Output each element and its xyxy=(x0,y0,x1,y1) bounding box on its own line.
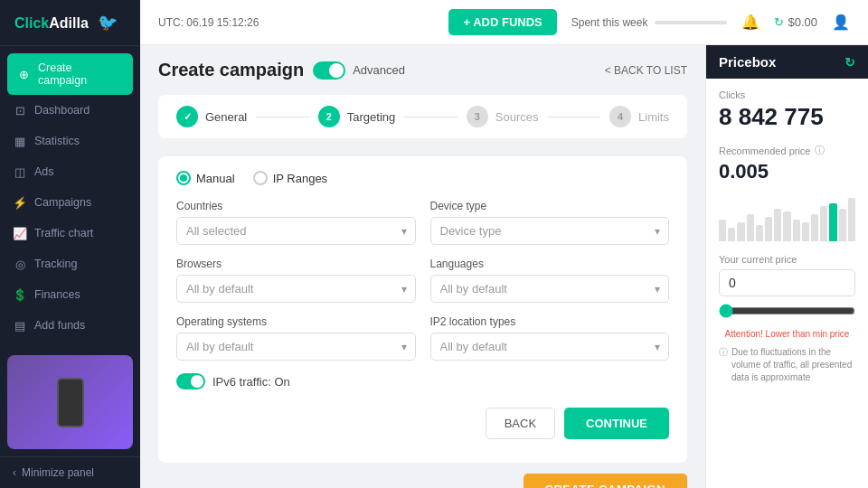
chart-bar xyxy=(747,214,754,241)
sidebar-item-label: Dashboard xyxy=(34,104,90,117)
chart-bar xyxy=(802,222,809,241)
sidebar-item-label: Traffic chart xyxy=(34,227,93,239)
price-slider[interactable] xyxy=(719,304,855,318)
ipv6-toggle-group: IPv6 traffic: On xyxy=(176,373,669,389)
continue-button[interactable]: CONTINUE xyxy=(564,408,669,439)
sidebar-item-label: Campaigns xyxy=(34,196,91,209)
spent-this-week: Spent this week xyxy=(571,16,728,29)
recommended-value: 0.005 xyxy=(719,160,855,183)
price-warning: Attention! Lower than min price xyxy=(719,329,855,339)
ip2-select[interactable]: All by default xyxy=(430,333,670,361)
step-label-targeting: Targeting xyxy=(347,110,395,124)
chart-bar xyxy=(839,209,846,241)
sidebar-item-create-campaign[interactable]: ⊕ Create campaign xyxy=(7,53,133,95)
price-input[interactable] xyxy=(719,269,855,296)
clicks-label: Clicks xyxy=(719,89,855,100)
radio-ip-label: IP Ranges xyxy=(273,172,327,185)
sidebar-item-ads[interactable]: ◫ Ads xyxy=(0,156,140,187)
countries-group: Countries All selected xyxy=(176,200,416,245)
minimize-panel-button[interactable]: ‹ Minimize panel xyxy=(0,456,140,488)
step-divider-3 xyxy=(548,117,601,117)
add-funds-button[interactable]: + ADD FUNDS xyxy=(448,9,556,35)
price-info-text: Due to fluctuations in the volume of tra… xyxy=(731,346,855,384)
device-type-select[interactable]: Device type xyxy=(430,217,670,245)
chart-bar xyxy=(756,225,763,241)
refresh-icon[interactable]: ↻ xyxy=(774,15,784,29)
os-select-wrapper: All by default xyxy=(176,333,416,361)
price-info: ⓘ Due to fluctuations in the volume of t… xyxy=(719,346,855,384)
form-section: Manual IP Ranges Countries All selected xyxy=(158,156,687,463)
sidebar-item-label: Add funds xyxy=(34,319,85,332)
traffic-chart-icon: 📈 xyxy=(13,226,27,240)
radio-circle-ip xyxy=(253,171,268,185)
sidebar-item-traffic-chart[interactable]: 📈 Traffic chart xyxy=(0,218,140,249)
radio-manual[interactable]: Manual xyxy=(176,171,235,185)
chart-bar xyxy=(719,220,726,241)
recommended-label: Recommended price ⓘ xyxy=(719,144,855,157)
sidebar-item-label: Tracking xyxy=(34,258,77,270)
step-general[interactable]: ✓ General xyxy=(176,106,247,127)
step-targeting[interactable]: 2 Targeting xyxy=(318,106,395,127)
step-label-limits: Limits xyxy=(638,110,669,124)
bottom-actions: CREATE CAMPAIGN xyxy=(158,474,687,488)
radio-ip-ranges[interactable]: IP Ranges xyxy=(253,171,327,185)
user-icon[interactable]: 👤 xyxy=(832,14,850,31)
os-label: Operating systems xyxy=(176,315,416,328)
info-icon: ⓘ xyxy=(815,144,825,157)
step-sources[interactable]: 3 Sources xyxy=(467,106,539,127)
browsers-select[interactable]: All by default xyxy=(176,275,416,303)
page-title-text: Create campaign xyxy=(158,60,304,80)
pricebox-body: Clicks 8 842 775 Recommended price ⓘ 0.0… xyxy=(706,79,868,488)
topbar: UTC: 06.19 15:12:26 + ADD FUNDS Spent th… xyxy=(140,0,868,45)
current-price-label: Your current price xyxy=(719,254,855,265)
step-circle-targeting: 2 xyxy=(318,106,340,127)
pricebox: Pricebox ↻ Clicks 8 842 775 Recommended … xyxy=(705,45,868,488)
pricebox-refresh-icon[interactable]: ↻ xyxy=(844,55,855,70)
logo-click: Click xyxy=(14,15,49,31)
add-funds-icon: ▤ xyxy=(13,318,27,333)
bell-icon[interactable]: 🔔 xyxy=(741,14,760,31)
countries-select-wrapper: All selected xyxy=(176,217,416,245)
step-divider-1 xyxy=(256,117,309,117)
os-group: Operating systems All by default xyxy=(176,315,416,361)
sidebar-item-dashboard[interactable]: ⊡ Dashboard xyxy=(0,95,140,126)
sidebar-item-campaigns[interactable]: ⚡ Campaigns xyxy=(0,187,140,218)
ipv6-toggle[interactable] xyxy=(176,373,205,389)
os-select[interactable]: All by default xyxy=(176,333,416,361)
page-title-group: Create campaign Advanced xyxy=(158,60,405,80)
sidebar-item-statistics[interactable]: ▦ Statistics xyxy=(0,126,140,156)
languages-select[interactable]: All by default xyxy=(430,275,670,303)
sidebar-item-add-funds[interactable]: ▤ Add funds xyxy=(0,310,140,341)
countries-select[interactable]: All selected xyxy=(176,217,416,245)
sidebar-item-label: Statistics xyxy=(34,135,80,147)
step-label-sources: Sources xyxy=(495,110,539,124)
dashboard-icon: ⊡ xyxy=(13,103,27,117)
finances-icon: 💲 xyxy=(13,287,27,302)
sidebar: ClickAdilla 🐦 ⊕ Create campaign ⊡ Dashbo… xyxy=(0,0,140,488)
statistics-icon: ▦ xyxy=(13,134,27,148)
countries-label: Countries xyxy=(176,200,416,212)
sidebar-item-finances[interactable]: 💲 Finances xyxy=(0,279,140,310)
ipv6-label: IPv6 traffic: On xyxy=(212,375,290,389)
step-label-general: General xyxy=(205,110,247,124)
step-circle-limits: 4 xyxy=(609,106,631,127)
create-campaign-button[interactable]: CREATE CAMPAIGN xyxy=(524,474,687,488)
chart-bar xyxy=(848,198,855,241)
chart-bar xyxy=(811,214,818,241)
step-limits[interactable]: 4 Limits xyxy=(609,106,669,127)
price-input-section: Your current price Attention! Lower than… xyxy=(719,254,855,339)
utc-time: UTC: 06.19 15:12:26 xyxy=(158,16,259,29)
form-row-3: Operating systems All by default IP2 loc… xyxy=(176,315,669,361)
advanced-toggle[interactable] xyxy=(313,61,345,80)
content-area: Create campaign Advanced < BACK TO LIST … xyxy=(140,45,705,488)
ads-icon: ◫ xyxy=(13,164,27,179)
steps-bar: ✓ General 2 Targeting 3 Sources 4 Limits xyxy=(158,95,687,138)
sidebar-item-tracking[interactable]: ◎ Tracking xyxy=(0,249,140,279)
ip2-label: IP2 location types xyxy=(430,315,670,328)
recommended-section: Recommended price ⓘ 0.005 xyxy=(719,144,855,183)
chart-bar xyxy=(737,222,744,241)
back-button[interactable]: BACK xyxy=(486,408,555,439)
radio-manual-label: Manual xyxy=(196,172,235,185)
chevron-left-icon: ‹ xyxy=(13,466,16,479)
back-to-list-link[interactable]: < BACK TO LIST xyxy=(605,64,687,77)
